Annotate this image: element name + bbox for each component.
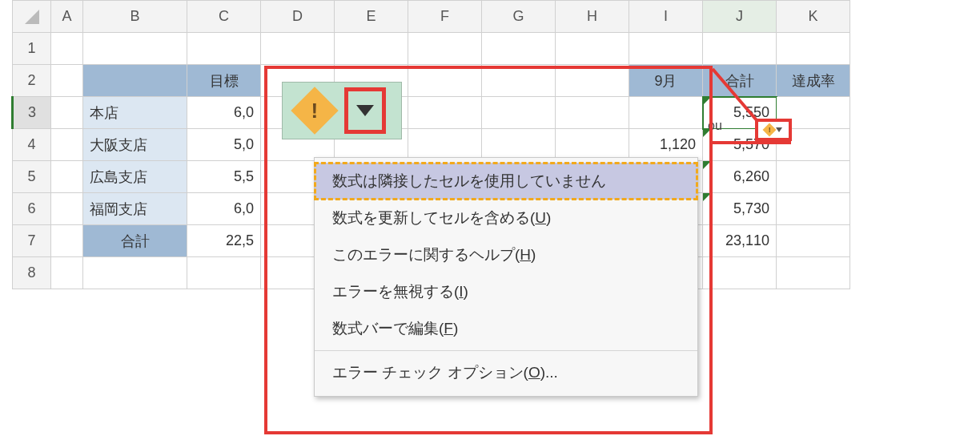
col-header-C[interactable]: C (187, 1, 261, 33)
select-all-corner[interactable] (13, 1, 51, 33)
menu-label-close: ) (531, 246, 536, 263)
cell-K6[interactable] (777, 193, 850, 225)
menu-item-help[interactable]: このエラーに関するヘルプ(H) (315, 236, 697, 273)
menu-label-close: ) (453, 320, 458, 337)
cell-J2[interactable]: 合計 (703, 65, 777, 97)
cell-C3[interactable]: 6,0 (187, 97, 261, 129)
menu-separator (315, 350, 697, 351)
col-header-D[interactable]: D (261, 1, 335, 33)
svg-marker-0 (25, 10, 39, 24)
cell-B2[interactable] (83, 65, 187, 97)
menu-accel: U (535, 209, 546, 226)
error-indicator-mini[interactable]: ! (755, 119, 792, 141)
menu-label: このエラーに関するヘルプ( (332, 246, 520, 263)
menu-label-close: ) (464, 283, 468, 300)
menu-label-close: ) (546, 209, 551, 226)
svg-marker-3 (776, 127, 782, 132)
warning-icon: ! (763, 123, 777, 137)
cell-C2[interactable]: 目標 (187, 65, 261, 97)
menu-label: 数式バーで編集( (332, 320, 444, 337)
col-header-F[interactable]: F (408, 1, 482, 33)
chevron-down-icon (776, 127, 782, 133)
error-dropdown-button[interactable] (344, 87, 386, 134)
error-callout: ! 数式は隣接したセルを使用していません 数式を更新してセルを含める(U) この… (264, 66, 713, 434)
menu-label: 数式を更新してセルを含める( (332, 209, 535, 226)
col-header-B[interactable]: B (83, 1, 187, 33)
menu-label: エラー チェック オプション( (332, 364, 528, 381)
menu-item-error-options[interactable]: エラー チェック オプション(O)... (315, 354, 697, 391)
col-header-H[interactable]: H (556, 1, 629, 33)
col-header-G[interactable]: G (482, 1, 556, 33)
col-header-E[interactable]: E (335, 1, 408, 33)
col-header-I[interactable]: I (629, 1, 703, 33)
row-header-6[interactable]: 6 (13, 193, 51, 225)
error-indicator-button[interactable]: ! (282, 82, 402, 139)
cell-K5[interactable] (777, 161, 850, 193)
col-header-A[interactable]: A (51, 1, 83, 33)
cell-K7[interactable] (777, 225, 850, 257)
cell-J7[interactable]: 23,110 (703, 225, 777, 257)
menu-label: エラーを無視する( (332, 283, 459, 300)
warning-icon: ! (291, 87, 338, 134)
menu-accel: O (528, 364, 540, 381)
cell-C6[interactable]: 6,0 (187, 193, 261, 225)
cell-B7[interactable]: 合計 (83, 225, 187, 257)
cell-J6[interactable]: 5,730 (703, 193, 777, 225)
menu-accel: H (520, 246, 531, 263)
menu-accel: F (444, 320, 453, 337)
menu-label-close: )... (540, 364, 558, 381)
cell-C7[interactable]: 22,5 (187, 225, 261, 257)
error-menu: 数式は隣接したセルを使用していません 数式を更新してセルを含める(U) このエラ… (314, 157, 698, 397)
col-header-J[interactable]: J (703, 1, 777, 33)
menu-item-update-formula[interactable]: 数式を更新してセルを含める(U) (315, 200, 697, 236)
row-header-2[interactable]: 2 (13, 65, 51, 97)
cell-J5[interactable]: 6,260 (703, 161, 777, 193)
cell-B4[interactable]: 大阪支店 (83, 129, 187, 161)
cell-C4[interactable]: 5,0 (187, 129, 261, 161)
row-header-5[interactable]: 5 (13, 161, 51, 193)
chevron-down-icon (356, 105, 374, 116)
row-header-1[interactable]: 1 (13, 33, 51, 65)
cell-B5[interactable]: 広島支店 (83, 161, 187, 193)
row-header-8[interactable]: 8 (13, 257, 51, 289)
col-header-K[interactable]: K (777, 1, 850, 33)
menu-item-edit-formula-bar[interactable]: 数式バーで編集(F) (315, 310, 697, 347)
cell-K2[interactable]: 達成率 (777, 65, 850, 97)
svg-marker-4 (356, 105, 374, 116)
cell-C5[interactable]: 5,5 (187, 161, 261, 193)
row-header-3[interactable]: 3 (13, 97, 51, 129)
cell-B3[interactable]: 本店 (83, 97, 187, 129)
row-header-4[interactable]: 4 (13, 129, 51, 161)
row-header-7[interactable]: 7 (13, 225, 51, 257)
cell-B6[interactable]: 福岡支店 (83, 193, 187, 225)
menu-item-error-title[interactable]: 数式は隣接したセルを使用していません (315, 163, 697, 200)
menu-item-ignore[interactable]: エラーを無視する(I) (315, 273, 697, 310)
